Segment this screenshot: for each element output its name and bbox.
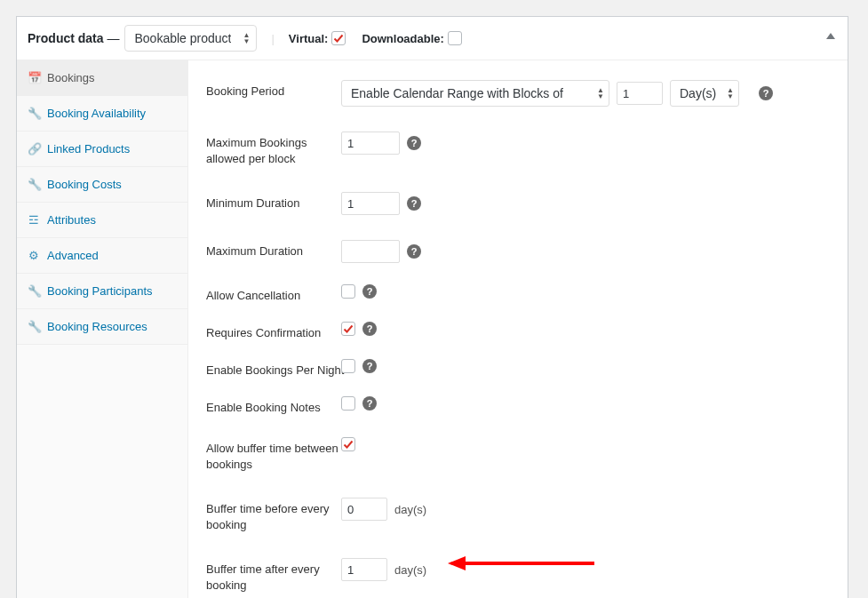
allow-cancellation-label: Allow Cancellation — [206, 284, 341, 304]
downloadable-label: Downloadable: — [362, 32, 443, 45]
tab-label: Bookings — [47, 71, 94, 84]
allow-buffer-checkbox[interactable] — [341, 437, 355, 451]
booking-notes-label: Enable Booking Notes — [206, 396, 341, 416]
tab-label: Booking Participants — [47, 284, 153, 298]
max-duration-label: Maximum Duration — [206, 240, 341, 259]
svg-marker-1 — [448, 556, 466, 570]
row-max-duration: Maximum Duration ? — [206, 227, 830, 275]
product-type-select-wrap: Bookable product ▲▼ — [124, 25, 257, 52]
help-icon[interactable]: ? — [362, 359, 377, 373]
help-icon[interactable]: ? — [362, 396, 377, 411]
row-allow-cancellation: Allow Cancellation ? — [206, 275, 830, 313]
tab-label: Booking Costs — [47, 178, 122, 191]
booking-notes-checkbox[interactable] — [341, 396, 355, 411]
allow-cancellation-checkbox[interactable] — [341, 284, 355, 299]
virtual-checkbox[interactable] — [331, 31, 346, 45]
booking-period-unit-wrap: Day(s) ▲▼ — [670, 80, 739, 107]
product-type-select[interactable]: Bookable product — [124, 25, 257, 52]
title-text: Product data — [28, 31, 104, 45]
row-booking-period: Booking Period Enable Calendar Range wit… — [206, 68, 830, 119]
row-booking-notes: Enable Booking Notes ? — [206, 387, 830, 425]
tab-label: Booking Resources — [47, 320, 147, 333]
row-buffer-before: Buffer time before every booking day(s) — [206, 485, 830, 546]
min-duration-input[interactable] — [341, 192, 400, 215]
help-icon[interactable]: ? — [759, 86, 773, 100]
panel-header: Product data — Bookable product ▲▼ | Vir… — [17, 17, 848, 60]
gear-icon: ⚙ — [28, 249, 40, 262]
booking-period-mode-wrap: Enable Calendar Range with Blocks of ▲▼ — [341, 80, 609, 107]
tab-label: Linked Products — [47, 142, 130, 155]
title-dash: — — [104, 31, 120, 45]
tab-bookings[interactable]: 📅Bookings — [17, 60, 187, 96]
tab-attributes[interactable]: ☲Attributes — [17, 203, 187, 238]
wrench-icon: 🔧 — [28, 107, 40, 120]
requires-confirmation-label: Requires Confirmation — [206, 322, 341, 341]
row-max-bookings: Maximum Bookings allowed per block ? — [206, 119, 830, 179]
booking-period-mode-select[interactable]: Enable Calendar Range with Blocks of — [341, 80, 609, 107]
help-icon[interactable]: ? — [362, 284, 377, 299]
max-bookings-label: Maximum Bookings allowed per block — [206, 132, 341, 167]
collapse-toggle-icon[interactable] — [826, 33, 835, 39]
wrench-icon: 🔧 — [28, 320, 40, 333]
downloadable-checkbox[interactable] — [448, 31, 462, 45]
annotation-arrow-icon — [448, 553, 599, 574]
product-data-panel: Product data — Bookable product ▲▼ | Vir… — [16, 16, 848, 598]
panel-body: 📅Bookings🔧Booking Availability🔗Linked Pr… — [17, 60, 848, 598]
wrench-icon: 🔧 — [28, 284, 40, 298]
buffer-before-label: Buffer time before every booking — [206, 498, 341, 533]
link-icon: 🔗 — [28, 142, 40, 155]
min-duration-label: Minimum Duration — [206, 192, 341, 211]
tab-advanced[interactable]: ⚙Advanced — [17, 238, 187, 274]
list-icon: ☲ — [28, 213, 40, 227]
tab-label: Advanced — [47, 249, 99, 262]
tabs-sidebar: 📅Bookings🔧Booking Availability🔗Linked Pr… — [17, 60, 188, 598]
separator: | — [271, 32, 274, 45]
help-icon[interactable]: ? — [407, 196, 421, 211]
buffer-before-unit: day(s) — [394, 503, 426, 516]
tab-label: Booking Availability — [47, 107, 146, 120]
help-icon[interactable]: ? — [407, 136, 421, 150]
per-night-checkbox[interactable] — [341, 359, 355, 373]
row-requires-confirmation: Requires Confirmation ? — [206, 313, 830, 350]
buffer-after-unit: day(s) — [394, 563, 426, 577]
booking-period-unit-select[interactable]: Day(s) — [670, 80, 739, 107]
max-bookings-input[interactable] — [341, 132, 400, 155]
tab-booking-resources[interactable]: 🔧Booking Resources — [17, 309, 187, 345]
requires-confirmation-checkbox[interactable] — [341, 322, 355, 336]
wrench-icon: 🔧 — [28, 178, 40, 191]
booking-period-qty-input[interactable] — [617, 82, 663, 105]
buffer-after-input[interactable] — [341, 558, 387, 581]
tab-label: Attributes — [47, 213, 96, 227]
help-icon[interactable]: ? — [407, 244, 421, 259]
max-duration-input[interactable] — [341, 240, 400, 263]
tab-booking-participants[interactable]: 🔧Booking Participants — [17, 274, 187, 309]
row-min-duration: Minimum Duration ? — [206, 179, 830, 227]
buffer-after-label: Buffer time after every booking — [206, 558, 341, 594]
tab-content: Booking Period Enable Calendar Range wit… — [188, 60, 848, 598]
buffer-before-input[interactable] — [341, 498, 387, 521]
calendar-icon: 📅 — [28, 71, 40, 84]
tab-booking-availability[interactable]: 🔧Booking Availability — [17, 96, 187, 132]
tab-linked-products[interactable]: 🔗Linked Products — [17, 132, 187, 167]
row-allow-buffer: Allow buffer time between bookings — [206, 425, 830, 485]
row-buffer-after: Buffer time after every booking day(s) — [206, 546, 830, 598]
tab-booking-costs[interactable]: 🔧Booking Costs — [17, 167, 187, 203]
virtual-label: Virtual: — [289, 32, 329, 45]
panel-title: Product data — — [28, 31, 119, 45]
row-per-night: Enable Bookings Per Night ? — [206, 350, 830, 387]
booking-period-label: Booking Period — [206, 80, 341, 100]
help-icon[interactable]: ? — [362, 322, 377, 336]
